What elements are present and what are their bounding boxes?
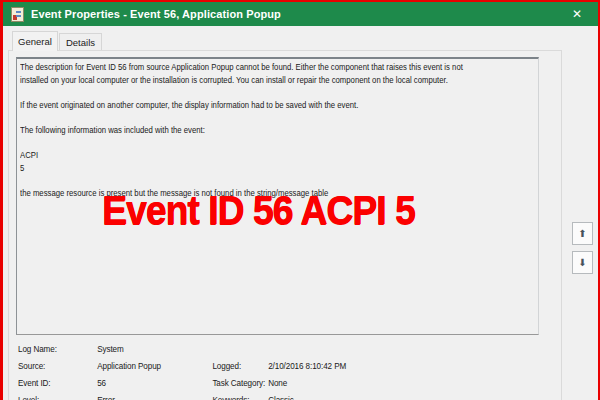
previous-event-button[interactable]: ⬆: [572, 222, 593, 245]
field-value: None: [268, 378, 287, 388]
description-line-acpi-value: 5: [20, 162, 539, 175]
field-label: Log Name:: [18, 344, 57, 354]
field-row-source: Source: Application Popup Logged: 2/10/2…: [18, 361, 558, 378]
red-annotation-text: Event ID 56 ACPI 5: [102, 188, 415, 233]
event-properties-window: Event Properties - Event 56, Application…: [0, 0, 600, 400]
description-line: The following information was included w…: [20, 124, 539, 137]
field-value: System: [97, 344, 123, 354]
field-label: Keywords:: [212, 395, 249, 400]
arrow-up-icon: ⬆: [578, 228, 586, 239]
description-line: [20, 86, 539, 99]
title-bar[interactable]: Event Properties - Event 56, Application…: [3, 2, 598, 26]
field-row-event-id: Event ID: 56 Task Category: None: [18, 378, 558, 395]
description-line: If the event originated on another compu…: [20, 99, 539, 112]
field-label: Level:: [18, 395, 39, 400]
field-label: Source:: [18, 361, 45, 371]
field-value: Application Popup: [97, 361, 161, 371]
field-label: Logged:: [212, 361, 241, 371]
description-line: [20, 111, 539, 124]
event-fields: Log Name: System Source: Application Pop…: [18, 344, 558, 400]
tab-details[interactable]: Details: [59, 33, 102, 50]
field-value: Classic: [268, 395, 293, 400]
event-log-icon: [11, 7, 24, 22]
field-value: 56: [97, 378, 106, 388]
description-line: The description for Event ID 56 from sou…: [20, 61, 539, 74]
event-description-text: The description for Event ID 56 from sou…: [20, 61, 539, 200]
field-label: Task Category:: [212, 378, 265, 388]
field-label: Event ID:: [18, 378, 51, 388]
description-line: [20, 174, 539, 187]
description-line: installed on your local computer or the …: [20, 74, 539, 87]
description-line-acpi: ACPI: [20, 149, 539, 162]
window-title: Event Properties - Event 56, Application…: [31, 8, 281, 20]
arrow-down-icon: ⬇: [578, 257, 586, 268]
next-event-button[interactable]: ⬇: [572, 251, 593, 274]
field-row-log-name: Log Name: System: [18, 344, 558, 361]
field-value: Error: [97, 395, 115, 400]
close-icon[interactable]: ✕: [562, 2, 592, 26]
description-line: [20, 137, 539, 150]
tab-general[interactable]: General: [12, 31, 58, 51]
field-row-level: Level: Error Keywords: Classic: [18, 395, 558, 400]
field-value: 2/10/2016 8:10:42 PM: [268, 361, 346, 371]
